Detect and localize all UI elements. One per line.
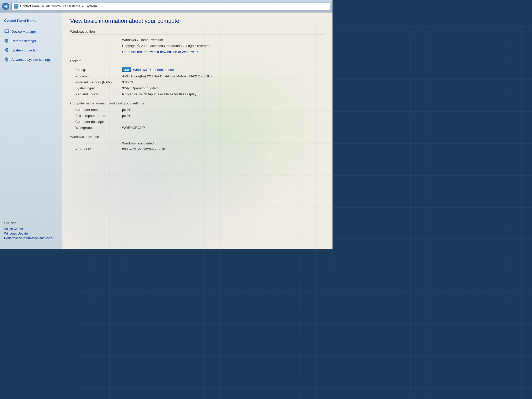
sidebar-item-advanced-settings[interactable]: Advanced system settings bbox=[0, 55, 62, 64]
product-id-value: 00359-OEM-8992687-00010 bbox=[122, 147, 165, 151]
computer-name-label: Computer name: bbox=[70, 108, 122, 112]
windows-edition-section: Windows edition Windows 7 Home Premium C… bbox=[70, 30, 325, 54]
upgrade-row: Get more features with a new edition of … bbox=[70, 50, 325, 54]
controlpanel-icon: ☷ bbox=[14, 4, 18, 9]
full-computer-name-label: Full computer name: bbox=[70, 114, 122, 118]
activation-section: Windows activation Windows is activated … bbox=[70, 135, 325, 151]
computer-name-value: pc-PC bbox=[122, 108, 131, 112]
sidebar-item-remote-settings[interactable]: Remote settings bbox=[0, 36, 62, 45]
copyright-row: Copyright © 2009 Microsoft Corporation. … bbox=[70, 44, 325, 48]
system-protection-icon: ✓ bbox=[4, 48, 9, 53]
breadcrumb-item-controlpanel[interactable]: Control Panel bbox=[20, 4, 41, 8]
advanced-settings-icon bbox=[4, 57, 9, 62]
remote-settings-label: Remote settings bbox=[11, 39, 36, 43]
breadcrumb-item-allitems[interactable]: All Control Panel Items bbox=[46, 4, 80, 8]
sidebar-item-system-protection[interactable]: ✓ System protection bbox=[0, 45, 62, 55]
address-bar[interactable]: ☷ Control Panel ► All Control Panel Item… bbox=[11, 3, 330, 10]
computer-name-header: Computer name, domain, and workgroup set… bbox=[70, 101, 325, 105]
svg-rect-2 bbox=[6, 33, 7, 33]
rating-row: Rating: 3.9 Windows Experience Index bbox=[70, 67, 325, 72]
svg-text:✓: ✓ bbox=[6, 49, 8, 51]
rating-label: Rating: bbox=[75, 68, 122, 72]
computer-description-row: Computer description: bbox=[70, 120, 325, 124]
remote-settings-icon bbox=[4, 38, 9, 43]
computer-name-section: Computer name, domain, and workgroup set… bbox=[70, 101, 325, 130]
activation-header: Windows activation bbox=[70, 135, 325, 139]
processor-row: Processor: AMD Turion(tm) X2 Ultra Dual-… bbox=[70, 74, 325, 78]
pen-touch-label: Pen and Touch: bbox=[70, 92, 122, 96]
product-id-label: Product ID: bbox=[70, 147, 122, 151]
copyright-value: Copyright © 2009 Microsoft Corporation. … bbox=[122, 44, 211, 48]
workgroup-label: Workgroup: bbox=[70, 126, 122, 130]
processor-label: Processor: bbox=[70, 74, 122, 78]
system-header: System bbox=[70, 59, 325, 64]
computer-description-label: Computer description: bbox=[70, 120, 122, 124]
see-also-action-center[interactable]: Action Center bbox=[4, 227, 58, 231]
system-type-row: System type: 32-bit Operating System bbox=[70, 86, 325, 90]
system-type-value: 32-bit Operating System bbox=[122, 86, 158, 90]
rating-badge: 3.9 bbox=[122, 67, 131, 72]
activation-status-value: Windows is activated bbox=[122, 141, 154, 145]
ram-row: Installed memory (RAM): 3.00 GB bbox=[70, 80, 325, 84]
main-window: Control Panel Home Device Manager Remote… bbox=[0, 12, 332, 249]
workgroup-row: Workgroup: WORKGROUP bbox=[70, 126, 325, 130]
pen-touch-value: No Pen or Touch Input is available for t… bbox=[122, 92, 196, 96]
advanced-settings-label: Advanced system settings bbox=[11, 58, 51, 62]
back-button[interactable]: ◀ bbox=[2, 3, 9, 10]
pen-touch-row: Pen and Touch: No Pen or Touch Input is … bbox=[70, 92, 325, 96]
see-also-performance[interactable]: Performance Information and Tools bbox=[4, 236, 58, 240]
sidebar-item-device-manager[interactable]: Device Manager bbox=[0, 27, 62, 36]
content-area: View basic information about your comput… bbox=[62, 12, 332, 249]
device-manager-icon bbox=[4, 29, 9, 34]
full-computer-name-row: Full computer name: pc-PC bbox=[70, 114, 325, 118]
see-also-windows-update[interactable]: Windows Update bbox=[4, 232, 58, 235]
computer-name-row: Computer name: pc-PC bbox=[70, 108, 325, 112]
system-protection-label: System protection bbox=[11, 48, 38, 52]
svg-rect-1 bbox=[5, 30, 8, 32]
breadcrumb-sep-2: ► bbox=[81, 4, 85, 8]
workgroup-value: WORKGROUP bbox=[122, 126, 145, 130]
edition-row: Windows 7 Home Premium bbox=[70, 38, 325, 42]
sidebar: Control Panel Home Device Manager Remote… bbox=[0, 12, 62, 249]
title-bar: ◀ ☷ Control Panel ► All Control Panel It… bbox=[0, 0, 332, 12]
page-title: View basic information about your comput… bbox=[70, 18, 325, 24]
see-also-section: See also Action Center Windows Update Pe… bbox=[0, 217, 62, 245]
sidebar-home-link[interactable]: Control Panel Home bbox=[0, 17, 62, 27]
system-type-label: System type: bbox=[70, 86, 122, 90]
see-also-title: See also bbox=[4, 221, 58, 225]
ram-label: Installed memory (RAM): bbox=[70, 80, 122, 84]
full-computer-name-value: pc-PC bbox=[122, 114, 131, 118]
windows-edition-header: Windows edition bbox=[70, 30, 325, 35]
windows-experience-index-link[interactable]: Windows Experience Index bbox=[133, 68, 174, 72]
processor-value: AMD Turion(tm) X2 Ultra Dual-Core Mobile… bbox=[122, 74, 212, 78]
upgrade-link[interactable]: Get more features with a new edition of … bbox=[122, 50, 198, 54]
breadcrumb-sep-1: ► bbox=[42, 4, 45, 8]
product-id-row: Product ID: 00359-OEM-8992687-00010 bbox=[70, 147, 325, 151]
ram-value: 3.00 GB bbox=[122, 80, 135, 84]
breadcrumb-item-system[interactable]: System bbox=[86, 4, 97, 8]
device-manager-label: Device Manager bbox=[11, 30, 36, 34]
system-section: System Rating: 3.9 Windows Experience In… bbox=[70, 59, 325, 96]
activation-status-row: Windows is activated bbox=[70, 141, 325, 145]
edition-value: Windows 7 Home Premium bbox=[122, 38, 163, 42]
